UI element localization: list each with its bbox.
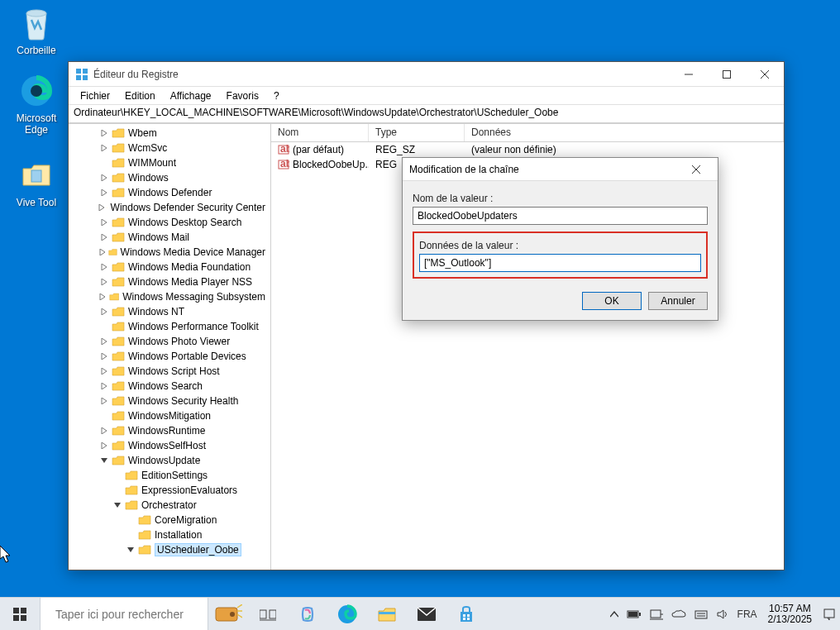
tree-expand-icon[interactable] — [98, 217, 110, 228]
tree-item[interactable]: EditionSettings — [72, 468, 270, 483]
tray-notification-icon[interactable] — [819, 598, 840, 631]
tree-item[interactable]: WcmSvc — [72, 141, 270, 155]
tree-item[interactable]: Windows Mail — [72, 230, 270, 245]
tree-item[interactable]: WindowsRuntime — [72, 423, 270, 438]
taskbar-app-store[interactable] — [446, 598, 486, 631]
tree-item[interactable]: CoreMigration — [72, 513, 270, 527]
tray-clock[interactable]: 10:57 AM 2/13/2025 — [761, 604, 819, 625]
desktop-icon-recycle-bin[interactable]: Corbeille — [5, 5, 68, 56]
tree-item[interactable]: Windows Media Device Manager — [72, 245, 270, 260]
tray-onedrive-icon[interactable] — [667, 598, 690, 631]
tree-item[interactable]: WIMMount — [72, 155, 270, 170]
dialog-close-button[interactable] — [681, 158, 711, 181]
task-view-button[interactable] — [248, 598, 288, 631]
tree-expand-icon[interactable] — [112, 484, 123, 496]
tree-expand-icon[interactable] — [98, 440, 110, 451]
tree-item[interactable]: WindowsUpdate — [72, 453, 270, 468]
tree-expand-icon[interactable] — [125, 544, 136, 556]
tray-language[interactable]: FRA — [733, 598, 761, 631]
tree-expand-icon[interactable] — [98, 187, 110, 198]
tree-expand-icon[interactable] — [98, 351, 110, 362]
tray-input-icon[interactable] — [690, 598, 712, 631]
tree-item[interactable]: Windows Photo Viewer — [72, 334, 270, 349]
tree-expand-icon[interactable] — [112, 470, 123, 481]
address-bar[interactable] — [74, 107, 779, 118]
tree-item[interactable]: ExpressionEvaluators — [72, 483, 270, 498]
tree-item[interactable]: Installation — [72, 527, 270, 542]
maximize-button[interactable] — [708, 62, 746, 87]
tree-item[interactable]: Windows — [72, 170, 270, 185]
minimize-button[interactable] — [670, 62, 708, 87]
tree-item[interactable]: Windows Performance Toolkit — [72, 319, 270, 334]
tree-item[interactable]: Windows Desktop Search — [72, 215, 270, 230]
tree-expand-icon[interactable] — [125, 514, 136, 526]
value-row[interactable]: ab(par défaut)REG_SZ(valeur non définie) — [271, 142, 784, 157]
tree-expand-icon[interactable] — [98, 425, 110, 437]
tree-expand-icon[interactable] — [98, 276, 110, 288]
tree-item[interactable]: Orchestrator — [72, 498, 270, 513]
tree-item[interactable]: Windows Security Health — [72, 394, 270, 408]
tree-expand-icon[interactable] — [98, 365, 110, 377]
start-button[interactable] — [0, 598, 40, 631]
tree-expand-icon[interactable] — [98, 127, 110, 139]
tree-expand-icon[interactable] — [98, 202, 105, 213]
tree-expand-icon[interactable] — [98, 336, 110, 347]
search-box[interactable] — [40, 598, 208, 631]
column-name[interactable]: Nom — [271, 124, 369, 141]
taskbar-app-explorer[interactable] — [367, 598, 407, 631]
tree-expand-icon[interactable] — [98, 380, 110, 392]
column-type[interactable]: Type — [369, 124, 465, 141]
tree-expand-icon[interactable] — [98, 321, 110, 332]
close-button[interactable] — [746, 62, 784, 87]
desktop-icon-vive-tool[interactable]: Vive Tool — [5, 157, 68, 208]
cancel-button[interactable]: Annuler — [648, 292, 708, 310]
tree-expand-icon[interactable] — [98, 142, 110, 154]
value-data-input[interactable] — [419, 254, 701, 272]
tree-item[interactable]: Windows Search — [72, 379, 270, 394]
tree-item-label: Windows Search — [128, 380, 203, 392]
tree-item[interactable]: Windows Script Host — [72, 364, 270, 379]
ok-button[interactable]: OK — [582, 292, 642, 310]
taskbar-app-mail[interactable] — [407, 598, 446, 631]
tree-item[interactable]: Windows Media Foundation — [72, 260, 270, 274]
column-data[interactable]: Données — [465, 124, 784, 141]
tree-item[interactable]: WindowsSelfHost — [72, 438, 270, 453]
tray-network-icon[interactable] — [646, 598, 667, 631]
tree-expand-icon[interactable] — [98, 261, 110, 273]
tree-expand-icon[interactable] — [98, 172, 110, 184]
menu-edit[interactable]: Edition — [118, 88, 162, 103]
search-input[interactable] — [55, 608, 200, 621]
value-name-input[interactable] — [413, 207, 708, 225]
tree-expand-icon[interactable] — [98, 455, 110, 466]
tree-item[interactable]: Wbem — [72, 126, 270, 141]
tree-item[interactable]: Windows Portable Devices — [72, 349, 270, 364]
tree-expand-icon[interactable] — [98, 395, 110, 407]
tray-chevron-up-icon[interactable] — [606, 598, 623, 631]
tree-item[interactable]: Windows Media Player NSS — [72, 274, 270, 289]
tree-expand-icon[interactable] — [98, 410, 110, 422]
tree-pane[interactable]: WbemWcmSvcWIMMountWindowsWindows Defende… — [69, 124, 271, 570]
menu-favorites[interactable]: Favoris — [220, 88, 265, 103]
tree-item[interactable]: UScheduler_Oobe — [72, 542, 270, 557]
taskbar-app-radio[interactable] — [208, 598, 248, 631]
tray-volume-icon[interactable] — [712, 598, 733, 631]
tree-expand-icon[interactable] — [112, 499, 123, 511]
tree-expand-icon[interactable] — [98, 246, 107, 258]
tree-item[interactable]: Windows Messaging Subsystem — [72, 289, 270, 304]
tree-expand-icon[interactable] — [125, 529, 136, 541]
desktop-icon-edge[interactable]: Microsoft Edge — [5, 73, 68, 136]
taskbar-app-copilot[interactable] — [288, 598, 327, 631]
tree-item[interactable]: Windows NT — [72, 304, 270, 319]
tree-item[interactable]: Windows Defender — [72, 185, 270, 200]
tree-item[interactable]: Windows Defender Security Center — [72, 200, 270, 215]
menu-help[interactable]: ? — [267, 88, 286, 103]
menu-file[interactable]: Fichier — [74, 88, 117, 103]
tree-expand-icon[interactable] — [98, 291, 107, 303]
tray-battery-icon[interactable] — [623, 598, 646, 631]
menu-view[interactable]: Affichage — [164, 88, 218, 103]
tree-expand-icon[interactable] — [98, 157, 110, 169]
taskbar-app-edge[interactable] — [327, 598, 367, 631]
tree-expand-icon[interactable] — [98, 231, 110, 243]
tree-item[interactable]: WindowsMitigation — [72, 408, 270, 423]
tree-expand-icon[interactable] — [98, 306, 110, 317]
